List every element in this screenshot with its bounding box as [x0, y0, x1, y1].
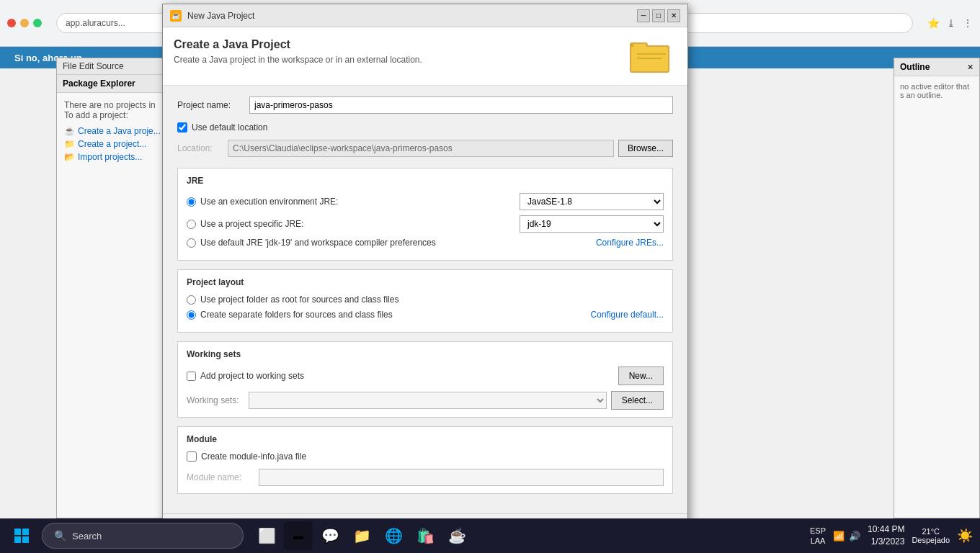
jre-option-2-row: Use a project specific JRE: jdk-19 [187, 215, 664, 233]
dialog-title-area: ☕ New Java Project [170, 10, 254, 22]
outline-title: Outline [900, 62, 930, 72]
use-default-location-label[interactable]: Use default location [192, 122, 267, 132]
svg-rect-7 [22, 529, 29, 535]
windows-logo-icon [13, 527, 30, 544]
sun-icon: ☀️ [957, 528, 973, 544]
select-working-set-btn[interactable]: Select... [611, 391, 664, 410]
wifi-icon[interactable]: 📶 [833, 531, 845, 541]
new-java-project-dialog: ☕ New Java Project ─ □ ✕ Create a Java P… [162, 4, 688, 548]
jre-specific-select[interactable]: jdk-19 [520, 215, 664, 233]
language-indicator[interactable]: ESP LAA [810, 526, 826, 547]
taskbar-search[interactable]: 🔍 Search [42, 523, 244, 549]
add-project-checkbox[interactable] [187, 372, 196, 381]
project-name-row: Project name: [177, 96, 673, 114]
outline-header: Outline ✕ [894, 58, 979, 76]
dialog-close-btn[interactable]: ✕ [667, 9, 680, 22]
dialog-title-icon: ☕ [170, 10, 182, 22]
jre-option-1-row: Use an execution environment JRE: JavaSE… [187, 193, 664, 210]
project-name-input[interactable] [249, 96, 673, 114]
outline-text1: no active editor that [900, 82, 974, 91]
taskbar: 🔍 Search ⬜ ▬ 💬 📁 🌐 🛍️ ☕ ESP LAA 📶 🔊 10:4… [0, 518, 980, 553]
edge-icon[interactable]: 🌐 [379, 521, 408, 550]
jre-env-label[interactable]: Use an execution environment JRE: [200, 197, 515, 207]
jre-section-title: JRE [187, 176, 664, 186]
working-sets-title: Working sets [187, 349, 664, 359]
svg-rect-3 [633, 44, 646, 50]
dialog-header-title: Create a Java Project [174, 38, 630, 51]
dialog-controls: ─ □ ✕ [637, 9, 680, 22]
working-sets-input-row: Working sets: Select... [187, 391, 664, 410]
system-clock[interactable]: 10:44 PM 1/3/2023 [868, 523, 904, 548]
dialog-title-text: New Java Project [187, 11, 254, 21]
start-button[interactable] [7, 521, 36, 550]
create-module-label[interactable]: Create module-info.java file [201, 451, 306, 462]
package-explorer-title: Package Explorer [63, 78, 135, 89]
outline-panel: Outline ✕ no active editor that s an out… [894, 58, 980, 518]
configure-default-link[interactable]: Configure default... [591, 310, 664, 320]
volume-icon[interactable]: 🔊 [849, 531, 860, 541]
jre-default-radio[interactable] [187, 238, 196, 248]
module-name-row: Module name: [187, 469, 664, 486]
working-sets-combo[interactable] [249, 392, 607, 409]
discord-icon[interactable]: 💬 [316, 521, 344, 550]
dialog-body: Project name: Use default location Locat… [163, 86, 687, 513]
outline-close[interactable]: ✕ [967, 63, 974, 72]
terminal-icon[interactable]: ▬ [284, 521, 313, 550]
add-project-row: Add project to working sets New... [187, 367, 664, 385]
jre-section: JRE Use an execution environment JRE: Ja… [177, 168, 673, 261]
dialog-header-subtitle: Create a Java project in the workspace o… [174, 55, 630, 65]
outline-content: no active editor that s an outline. [894, 76, 979, 105]
module-section-title: Module [187, 434, 664, 444]
outline-text2: s an outline. [900, 91, 974, 99]
module-name-label: Module name: [187, 472, 259, 482]
use-default-location-checkbox[interactable] [177, 122, 187, 132]
dialog-header: Create a Java Project Create a Java proj… [163, 27, 687, 86]
project-layout-section: Project layout Use project folder as roo… [177, 269, 673, 333]
dialog-titlebar: ☕ New Java Project ─ □ ✕ [163, 4, 687, 27]
layout-separate-radio[interactable] [187, 310, 196, 320]
project-layout-title: Project layout [187, 277, 664, 287]
jre-env-select[interactable]: JavaSE-1.8 JavaSE-11 JavaSE-17 [520, 193, 664, 210]
taskbar-icons: ⬜ ▬ 💬 📁 🌐 🛍️ ☕ [252, 521, 471, 550]
module-name-input[interactable] [259, 469, 664, 486]
create-module-checkbox[interactable] [187, 451, 197, 462]
weather-widget[interactable]: 21°C Despejado [912, 527, 950, 544]
dialog-header-text: Create a Java Project Create a Java proj… [174, 38, 630, 65]
jre-option-3-row: Use default JRE 'jdk-19' and workspace c… [187, 238, 664, 248]
layout-option-2-row: Create separate folders for sources and … [187, 310, 664, 320]
jre-env-radio[interactable] [187, 197, 196, 207]
files-icon[interactable]: 📁 [347, 521, 376, 550]
location-input[interactable] [228, 140, 614, 157]
layout-folder-label[interactable]: Use project folder as root for sources a… [200, 295, 664, 305]
search-icon: 🔍 [54, 530, 66, 541]
eclipse-icon[interactable]: ☕ [442, 521, 471, 550]
new-working-set-btn[interactable]: New... [618, 367, 664, 385]
dialog-minimize-btn[interactable]: ─ [637, 9, 650, 22]
store-icon[interactable]: 🛍️ [411, 521, 440, 550]
browse-button[interactable]: Browse... [618, 140, 673, 157]
taskbar-right: ESP LAA 📶 🔊 10:44 PM 1/3/2023 21°C Despe… [810, 523, 973, 548]
layout-separate-label[interactable]: Create separate folders for sources and … [200, 310, 393, 320]
dialog-maximize-btn[interactable]: □ [652, 9, 665, 22]
location-row: Location: Browse... [177, 140, 673, 157]
time-display: 10:44 PM [868, 523, 904, 536]
svg-rect-6 [14, 529, 21, 535]
jre-specific-label[interactable]: Use a project specific JRE: [200, 219, 515, 229]
project-name-label: Project name: [177, 100, 249, 110]
configure-jres-link[interactable]: Configure JREs... [596, 238, 664, 248]
svg-rect-2 [631, 47, 668, 71]
jre-default-label[interactable]: Use default JRE 'jdk-19' and workspace c… [200, 238, 436, 248]
temperature-display: 21°C [912, 527, 950, 536]
taskview-icon[interactable]: ⬜ [252, 521, 281, 550]
layout-option-1-row: Use project folder as root for sources a… [187, 295, 664, 305]
eclipse-menu[interactable]: File Edit Source [63, 61, 124, 71]
use-default-location-row: Use default location [177, 122, 673, 132]
svg-rect-9 [22, 536, 29, 543]
svg-rect-8 [14, 536, 21, 543]
add-project-label[interactable]: Add project to working sets [200, 371, 304, 381]
create-module-row: Create module-info.java file [187, 451, 664, 462]
working-sets-section: Working sets Add project to working sets… [177, 341, 673, 418]
weather-description: Despejado [912, 536, 950, 544]
jre-specific-radio[interactable] [187, 220, 196, 229]
layout-folder-radio[interactable] [187, 295, 196, 305]
